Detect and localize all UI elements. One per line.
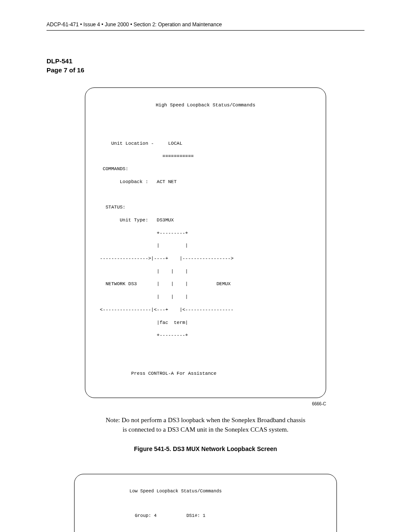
fig1-arrows2: <-----------------|<---+ |<-------------…: [91, 307, 320, 313]
fig1-assist: Press CONTROL-A For Assistance: [91, 370, 320, 377]
running-header: ADCP-61-471 • Issue 4 • June 2000 • Sect…: [47, 22, 364, 31]
fig1-arrows1: ----------------->|----+ |--------------…: [91, 255, 320, 262]
fig1-uline: ===========: [91, 153, 320, 160]
fig2-title: Low Speed Loopback Status/Commands: [81, 488, 330, 494]
fig1-cmds: COMMANDS:: [91, 166, 320, 172]
dlp-block: DLP-541 Page 7 of 16: [47, 56, 364, 75]
fig1-unit-loc: Unit Location - LOCAL: [91, 140, 320, 147]
dlp-page: Page 7 of 16: [47, 65, 364, 75]
fig1-boxbot: +---------+: [91, 332, 320, 339]
note-line2: is connected to a DS3 CAM unit in the So…: [123, 426, 289, 433]
fig1-fac: |fac term|: [91, 320, 320, 326]
fig1-net: NETWORK DS3 | | | DEMUX: [91, 281, 320, 287]
hlxc-screen: Low Speed Loopback Status/Commands Group…: [74, 474, 337, 532]
fig1-bars3: | | |: [91, 294, 320, 300]
fig1-status: STATUS:: [91, 204, 320, 211]
caption-1: Figure 541-5. DS3 MUX Network Loopback S…: [47, 445, 364, 452]
fig1-unit-type: Unit Type: DS3MUX: [91, 217, 320, 224]
fig1-boxtop: +---------+: [91, 230, 320, 236]
fig1-bars2: | | |: [91, 268, 320, 275]
fig1-title: High Speed Loopback Status/Commands: [91, 102, 320, 109]
fig1-bars1: | |: [91, 243, 320, 249]
fig1-loop: Loopback : ACT NET: [91, 179, 320, 185]
fig2-grp: Group: 4 DS1#: 1: [81, 513, 330, 519]
note: Note: Do not perform a DS3 loopback when…: [93, 416, 318, 435]
dlp-code: DLP-541: [47, 56, 364, 65]
fig1-id: 6666-C: [85, 401, 326, 406]
ds3-mux-screen: High Speed Loopback Status/Commands Unit…: [85, 87, 326, 398]
note-line1: Note: Do not perform a DS3 loopback when…: [106, 417, 305, 423]
